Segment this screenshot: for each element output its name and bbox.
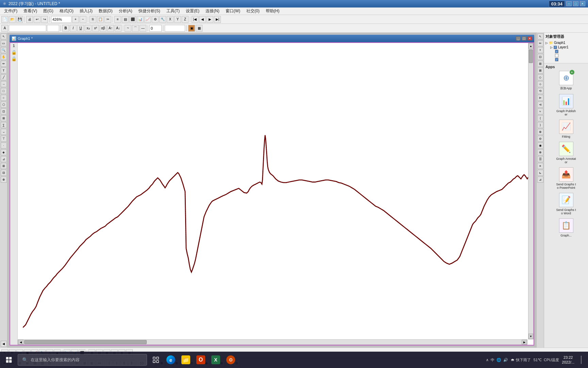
tb-sym3[interactable]: — xyxy=(140,25,146,32)
app-add-icon[interactable]: + ⊕ xyxy=(559,71,573,85)
left-tool-point[interactable]: · xyxy=(1,142,7,149)
tb-extra3[interactable]: ⬛ xyxy=(129,16,136,23)
menu-view[interactable]: 查看(V) xyxy=(21,7,40,15)
tb-cut[interactable]: ✂ xyxy=(104,16,111,23)
tb-special-chars[interactable]: αβ xyxy=(100,25,107,32)
sys-tray-volume[interactable]: 🔊 xyxy=(503,358,508,362)
menu-graph[interactable]: 图(G) xyxy=(40,7,56,15)
tb-sym1[interactable]: ~ xyxy=(125,25,131,32)
vscroll-thumb[interactable] xyxy=(529,49,533,63)
tb-zoom-in[interactable]: + xyxy=(72,16,79,23)
rt-zoom[interactable]: + xyxy=(537,47,543,53)
tb-color1[interactable]: ▣ xyxy=(188,25,195,32)
menu-social[interactable]: 社交(0) xyxy=(244,7,262,15)
taskbar-task-view[interactable] xyxy=(150,354,162,366)
menu-connect[interactable]: 连接(N) xyxy=(203,7,222,15)
rt-extra4[interactable]: ⟲ xyxy=(537,88,543,94)
taskbar-app5-icon[interactable]: ⚙ xyxy=(225,354,237,366)
left-tool-spline[interactable]: ⌣ xyxy=(1,129,7,135)
tb-copy[interactable]: ⎘ xyxy=(89,16,96,23)
rt-extra7[interactable]: ≈ xyxy=(537,108,543,114)
tb-undo[interactable]: ↩ xyxy=(34,16,40,23)
rt-extra1[interactable]: ⊠ xyxy=(537,67,543,74)
rt-extra12[interactable]: ◉ xyxy=(537,142,543,149)
tb-extra5[interactable]: 📈 xyxy=(144,16,151,23)
tb-sym2[interactable]: ⌒ xyxy=(132,25,139,32)
rt-extra14[interactable]: ☰ xyxy=(537,156,543,162)
menu-insert[interactable]: 插入(J) xyxy=(77,7,95,15)
app-send-graphs-word[interactable]: 📝 Send Graphs to Word xyxy=(545,193,587,215)
rt-extra9[interactable]: ⟩ xyxy=(537,122,543,128)
taskbar-origin-icon[interactable]: O xyxy=(195,354,207,366)
left-tool-text[interactable]: T xyxy=(1,67,7,74)
taskbar-edge-icon[interactable]: e xyxy=(165,354,177,366)
app-graph-misc-icon[interactable]: 📋 xyxy=(559,218,573,233)
left-tool-polygon[interactable]: ⬡ xyxy=(1,102,7,108)
app-graph-publisher[interactable]: 📊 Graph Publisher xyxy=(545,94,587,116)
left-tool-grid[interactable]: ⊞ xyxy=(1,115,7,121)
tb-extra10[interactable]: Z xyxy=(182,16,189,23)
app-fitting-icon[interactable]: 📈 xyxy=(559,120,573,134)
tb-paste[interactable]: 📋 xyxy=(97,16,104,23)
tb-color2[interactable]: ▦ xyxy=(196,25,202,32)
menu-format[interactable]: 格式(O) xyxy=(57,7,76,15)
tb-nav3[interactable]: ▶ xyxy=(207,16,213,23)
minimize-button[interactable]: ─ xyxy=(566,1,572,6)
left-tool-node[interactable]: ◈ xyxy=(1,149,7,155)
obj-sub1-check[interactable]: ✓ xyxy=(555,50,558,53)
app-add-plus[interactable]: + xyxy=(570,70,574,75)
rt-extra3[interactable]: ⊹ xyxy=(537,81,543,87)
rt-extra8[interactable]: ⟨ xyxy=(537,115,543,121)
left-tool-zoom[interactable]: 🔍 xyxy=(1,47,7,53)
rt-select[interactable]: ↖ xyxy=(537,33,543,40)
app-graph-misc[interactable]: 📋 Graph... xyxy=(545,218,587,237)
left-tool-formula[interactable]: ∑ xyxy=(1,122,7,128)
left-tool-pan[interactable]: ✋ xyxy=(1,54,7,60)
app-graph-publisher-icon[interactable]: 📊 xyxy=(559,94,573,108)
tb-extra7[interactable]: 🔧 xyxy=(159,16,166,23)
tb-new[interactable]: 📄 xyxy=(1,16,8,23)
maximize-button[interactable]: □ xyxy=(573,1,578,6)
left-collapse-btn[interactable]: ◀ xyxy=(1,341,7,347)
menu-file[interactable]: 文件(F) xyxy=(1,7,20,15)
app-graph-annotator-icon[interactable]: ✏️ xyxy=(559,142,573,156)
app-add[interactable]: + ⊕ 添加App xyxy=(545,71,587,91)
taskbar-search-bar[interactable]: 🔍 在这里输入你要搜索的内容 xyxy=(18,354,147,366)
hscroll-thumb[interactable] xyxy=(24,340,147,344)
menu-help[interactable]: 帮助(H) xyxy=(263,7,282,15)
obj-tree-expand[interactable]: ▷ xyxy=(545,41,548,45)
menu-quick[interactable]: 快捷分析(S) xyxy=(136,7,163,15)
tb-extra2[interactable]: ▤ xyxy=(122,16,129,23)
vscroll-down[interactable]: ▼ xyxy=(528,334,533,339)
left-tool-region[interactable]: ⊡ xyxy=(1,108,7,114)
taskbar-explorer-icon[interactable]: 📁 xyxy=(180,354,192,366)
graph-minimize-btn[interactable]: _ xyxy=(516,36,521,41)
left-tool-ellipse[interactable]: ○ xyxy=(1,95,7,101)
left-tool-rect[interactable]: □ xyxy=(1,88,7,94)
rt-extra2[interactable]: ◇ xyxy=(537,74,543,80)
show-desktop-btn[interactable] xyxy=(577,354,585,366)
lock-green-2[interactable]: 🔒 xyxy=(11,56,17,61)
value-input-2[interactable] xyxy=(165,25,185,32)
left-tool-arrow[interactable]: → xyxy=(1,81,7,87)
graph-vscroll[interactable]: ▲ ▼ xyxy=(528,43,534,339)
tb-bold[interactable]: B xyxy=(62,25,69,32)
tb-extra4[interactable]: 📊 xyxy=(137,16,144,23)
rt-fit[interactable]: ⊡ xyxy=(537,54,543,60)
taskbar-start-btn[interactable] xyxy=(3,354,15,366)
tb-subscript[interactable]: x₂ xyxy=(85,25,92,32)
tb-nav2[interactable]: ◀ xyxy=(199,16,206,23)
rt-extra13[interactable]: ⊗ xyxy=(537,149,543,155)
tb-print[interactable]: 🖨 xyxy=(26,16,33,23)
obj-tree-layer-expand[interactable]: ▷ xyxy=(550,46,553,49)
left-tool-align[interactable]: ⊿ xyxy=(1,156,7,162)
font-name-input[interactable]: 默认: 宋体 xyxy=(9,25,46,32)
tb-redo[interactable]: ↪ xyxy=(41,16,48,23)
menu-analysis[interactable]: 分析(A) xyxy=(116,7,135,15)
left-tool-select[interactable]: ▭ xyxy=(1,40,7,46)
taskbar-time-date[interactable]: 23:22 2022/... xyxy=(562,355,574,365)
menu-data[interactable]: 数据(D) xyxy=(96,7,115,15)
tb-font-icon[interactable]: A xyxy=(1,25,8,32)
obj-layer1-check[interactable]: ✓ xyxy=(554,46,557,49)
tb-extra6[interactable]: ⚙ xyxy=(152,16,159,23)
